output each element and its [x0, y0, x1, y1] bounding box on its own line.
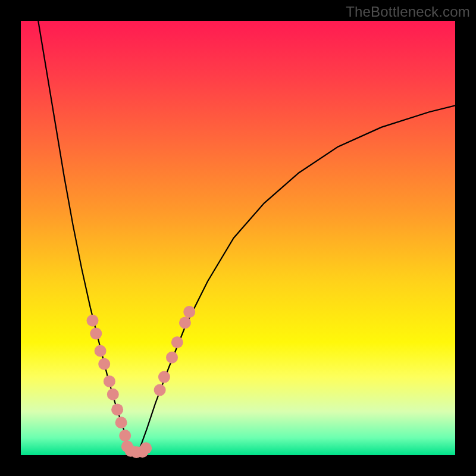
curve-group [38, 21, 455, 453]
chart-svg [21, 21, 455, 455]
marker-group [87, 306, 196, 458]
data-marker [166, 352, 178, 364]
data-marker [98, 358, 110, 370]
chart-plot-area [21, 21, 455, 455]
data-marker [90, 328, 102, 340]
data-marker [104, 375, 115, 387]
data-marker [140, 442, 152, 454]
data-marker [171, 336, 183, 348]
data-marker [154, 384, 166, 396]
data-marker [111, 403, 123, 415]
chart-frame: TheBottleneck.com [0, 0, 476, 476]
left-curve [38, 21, 129, 453]
right-curve [138, 105, 455, 453]
data-marker [115, 416, 127, 428]
data-marker [158, 371, 170, 383]
data-marker [107, 389, 119, 400]
data-marker [183, 306, 195, 318]
watermark-text: TheBottleneck.com [346, 4, 470, 20]
data-marker [119, 430, 131, 441]
data-marker [179, 317, 191, 328]
data-marker [95, 345, 107, 357]
data-marker [87, 315, 99, 327]
